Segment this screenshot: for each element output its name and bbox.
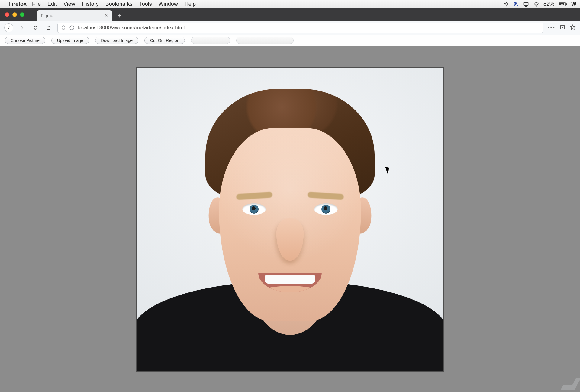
- app-button-bar: Choose Picture Upload Image Download Ima…: [0, 35, 580, 46]
- download-image-button[interactable]: Download Image: [95, 37, 138, 44]
- choose-picture-button[interactable]: Choose Picture: [5, 37, 45, 44]
- tracking-shield-icon[interactable]: [61, 25, 66, 30]
- browser-toolbar: •••: [0, 21, 580, 35]
- macos-menubar: Firefox File Edit View History Bookmarks…: [0, 0, 580, 8]
- url-input[interactable]: [78, 25, 540, 31]
- browser-tab-title: Figma: [41, 13, 102, 18]
- window-close-button[interactable]: [5, 12, 9, 17]
- nav-forward-button: [18, 23, 27, 32]
- menu-file[interactable]: File: [32, 1, 41, 7]
- menubar-app-name[interactable]: Firefox: [8, 1, 27, 7]
- menubar-right-letter: W: [571, 1, 576, 7]
- url-bar[interactable]: [57, 23, 543, 33]
- nav-reload-button[interactable]: [31, 23, 40, 32]
- menubar-battery-icon[interactable]: [559, 2, 567, 6]
- menu-window[interactable]: Window: [159, 1, 178, 7]
- window-zoom-button[interactable]: [20, 12, 24, 17]
- browser-tab-active[interactable]: Figma ×: [37, 10, 112, 21]
- reader-pocket-icon[interactable]: [559, 24, 566, 31]
- menubar-battery-percent: 82%: [543, 1, 554, 7]
- nav-back-button[interactable]: [4, 23, 13, 32]
- window-minimize-button[interactable]: [12, 12, 17, 17]
- portrait-image: [137, 68, 443, 371]
- image-canvas[interactable]: [136, 67, 444, 372]
- menu-bookmarks[interactable]: Bookmarks: [105, 1, 133, 7]
- site-info-icon[interactable]: [69, 25, 75, 30]
- svg-rect-0: [524, 2, 528, 5]
- page-actions-icon[interactable]: •••: [548, 24, 555, 31]
- content-area: [0, 46, 580, 392]
- svg-rect-3: [566, 3, 567, 5]
- nav-home-button[interactable]: [44, 23, 53, 32]
- cut-out-region-button[interactable]: Cut Out Region: [144, 37, 185, 44]
- menu-tools[interactable]: Tools: [139, 1, 152, 7]
- window-controls: [3, 8, 27, 21]
- menubar-display-icon[interactable]: [523, 1, 529, 7]
- new-tab-button[interactable]: ＋: [115, 11, 124, 20]
- menu-history[interactable]: History: [82, 1, 99, 7]
- bookmark-star-icon[interactable]: [570, 24, 576, 31]
- menubar-wifi-icon[interactable]: [533, 1, 539, 7]
- tab-close-icon[interactable]: ×: [105, 12, 108, 19]
- corner-watermark: [560, 378, 580, 390]
- disabled-button-2: placeholder: [236, 37, 294, 44]
- browser-tabstrip: Figma × ＋: [0, 8, 580, 21]
- menu-help[interactable]: Help: [185, 1, 196, 7]
- menu-view[interactable]: View: [63, 1, 75, 7]
- svg-point-1: [536, 6, 536, 6]
- menubar-extension-icon[interactable]: [504, 2, 509, 7]
- disabled-button-1: placeholder: [191, 37, 230, 44]
- menu-edit[interactable]: Edit: [47, 1, 57, 7]
- upload-image-button[interactable]: Upload Image: [51, 37, 89, 44]
- menubar-malware-icon[interactable]: [513, 2, 519, 7]
- toolbar-right-group: •••: [548, 24, 576, 31]
- svg-rect-6: [560, 25, 564, 29]
